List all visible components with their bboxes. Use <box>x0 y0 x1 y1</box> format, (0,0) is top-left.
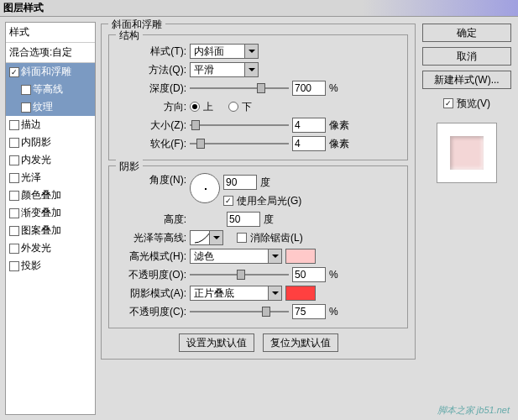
style-color-overlay[interactable]: 颜色叠加 <box>6 186 95 204</box>
contour-icon <box>194 232 211 244</box>
antialias-checkbox[interactable] <box>237 233 247 243</box>
altitude-input[interactable]: 50 <box>227 212 260 227</box>
angle-wheel[interactable] <box>190 173 220 203</box>
checkbox-icon[interactable] <box>9 67 19 77</box>
new-style-button[interactable]: 新建样式(W)... <box>422 71 511 89</box>
direction-down-radio[interactable] <box>228 102 238 112</box>
style-gradient-overlay[interactable]: 渐变叠加 <box>6 204 95 222</box>
highlight-color-swatch[interactable] <box>285 249 316 264</box>
depth-label: 深度(D): <box>118 81 186 96</box>
size-input[interactable]: 4 <box>292 118 326 133</box>
shading-group: 阴影 角度(N): 90 度 使用全局光(G) <box>108 165 408 328</box>
make-default-button[interactable]: 设置为默认值 <box>179 333 254 352</box>
style-bevel-emboss[interactable]: 斜面和浮雕 <box>6 63 95 81</box>
checkbox-icon[interactable] <box>9 173 19 183</box>
style-inner-glow[interactable]: 内发光 <box>6 151 95 169</box>
angle-input[interactable]: 90 <box>223 175 257 190</box>
shadow-opacity-label: 不透明度(C): <box>118 305 186 319</box>
highlight-mode-select[interactable]: 滤色 <box>190 249 282 264</box>
style-stroke[interactable]: 描边 <box>6 116 95 134</box>
size-label: 大小(Z): <box>118 118 186 133</box>
style-satin[interactable]: 光泽 <box>6 169 95 186</box>
reset-default-button[interactable]: 复位为默认值 <box>263 333 338 352</box>
style-select[interactable]: 内斜面 <box>190 44 259 59</box>
dialog-title: 图层样式 <box>3 1 44 15</box>
checkbox-icon[interactable] <box>9 244 19 254</box>
layer-style-dialog: 图层样式 样式 混合选项:自定 斜面和浮雕 等高线 纹理 描边 内阴影 内发光 … <box>0 0 518 420</box>
style-label: 样式(T): <box>118 45 186 59</box>
right-column: 确定 取消 新建样式(W)... 预览(V) <box>421 22 513 415</box>
preview-box <box>437 123 497 183</box>
highlight-mode-label: 高光模式(H): <box>118 249 186 264</box>
chevron-down-icon <box>244 45 258 58</box>
chevron-down-icon <box>268 249 281 263</box>
technique-label: 方法(Q): <box>118 63 186 77</box>
watermark-text: 脚本之家 jb51.net <box>437 404 510 417</box>
shadow-mode-label: 阴影模式(A): <box>118 286 186 301</box>
highlight-opacity-label: 不透明度(O): <box>118 268 186 282</box>
checkbox-icon[interactable] <box>21 102 31 113</box>
checkbox-icon[interactable] <box>9 261 19 271</box>
chevron-down-icon <box>209 231 222 244</box>
cancel-button[interactable]: 取消 <box>422 47 511 66</box>
highlight-opacity-slider[interactable] <box>190 268 289 281</box>
depth-input[interactable]: 700 <box>292 81 326 96</box>
shadow-color-swatch[interactable] <box>285 286 316 301</box>
bevel-panel: 斜面和浮雕 结构 样式(T): 内斜面 方法(Q): 平滑 深度(D): 700 <box>101 24 416 360</box>
checkbox-icon[interactable] <box>9 138 19 148</box>
checkbox-icon[interactable] <box>21 85 31 95</box>
titlebar[interactable]: 图层样式 <box>0 0 518 17</box>
shading-legend: 阴影 <box>116 160 143 174</box>
angle-label: 角度(N): <box>118 173 186 187</box>
preview-checkbox[interactable] <box>443 98 453 108</box>
direction-label: 方向: <box>118 100 186 114</box>
altitude-label: 高度: <box>118 213 186 227</box>
checkbox-icon[interactable] <box>9 208 19 218</box>
preview-swatch <box>450 136 484 170</box>
checkbox-icon[interactable] <box>9 155 19 165</box>
gloss-contour-picker[interactable] <box>190 230 223 245</box>
checkbox-icon[interactable] <box>9 120 19 130</box>
highlight-opacity-input[interactable]: 50 <box>292 267 326 282</box>
depth-slider[interactable] <box>190 81 289 95</box>
chevron-down-icon <box>268 286 281 300</box>
global-light-checkbox[interactable] <box>223 196 233 206</box>
settings-panel: 斜面和浮雕 结构 样式(T): 内斜面 方法(Q): 平滑 深度(D): 700 <box>99 22 417 415</box>
shadow-mode-select[interactable]: 正片叠底 <box>190 286 282 301</box>
technique-select[interactable]: 平滑 <box>190 62 259 77</box>
style-outer-glow[interactable]: 外发光 <box>6 239 95 257</box>
size-slider[interactable] <box>190 118 289 132</box>
checkbox-icon[interactable] <box>9 191 19 201</box>
style-inner-shadow[interactable]: 内阴影 <box>6 134 95 151</box>
blend-options[interactable]: 混合选项:自定 <box>6 43 95 63</box>
shadow-opacity-input[interactable]: 75 <box>292 304 326 319</box>
styles-header[interactable]: 样式 <box>6 23 95 43</box>
soften-label: 软化(F): <box>118 137 186 151</box>
direction-up-radio[interactable] <box>190 102 200 112</box>
soften-input[interactable]: 4 <box>292 136 326 151</box>
chevron-down-icon <box>244 63 258 76</box>
style-contour[interactable]: 等高线 <box>6 81 95 98</box>
shadow-opacity-slider[interactable] <box>190 305 289 318</box>
structure-group: 结构 样式(T): 内斜面 方法(Q): 平滑 深度(D): 700 % <box>108 34 408 160</box>
ok-button[interactable]: 确定 <box>422 24 511 42</box>
checkbox-icon[interactable] <box>9 226 19 236</box>
gloss-contour-label: 光泽等高线: <box>118 231 186 245</box>
soften-slider[interactable] <box>190 137 289 150</box>
style-texture[interactable]: 纹理 <box>6 98 95 116</box>
style-drop-shadow[interactable]: 投影 <box>6 257 95 275</box>
style-pattern-overlay[interactable]: 图案叠加 <box>6 222 95 239</box>
structure-legend: 结构 <box>116 29 143 43</box>
styles-list: 样式 混合选项:自定 斜面和浮雕 等高线 纹理 描边 内阴影 内发光 光泽 颜色… <box>5 22 96 415</box>
